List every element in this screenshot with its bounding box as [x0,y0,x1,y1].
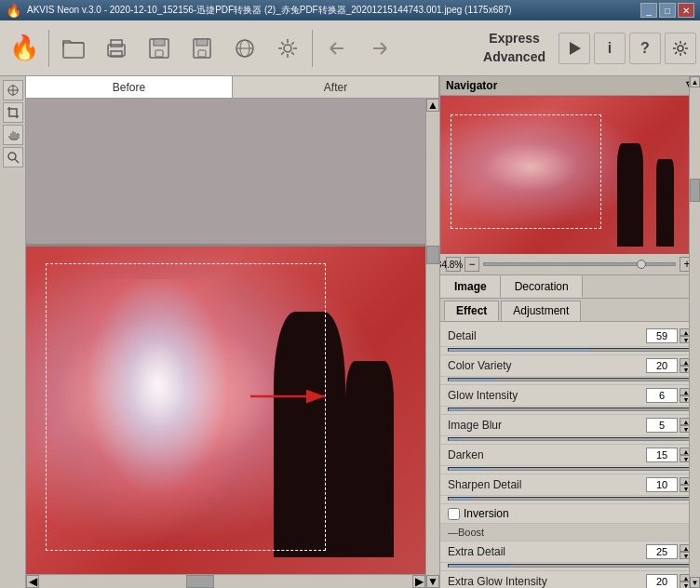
glow-intensity-label: Glow Intensity [448,389,646,402]
image-blur-slider-row[interactable] [440,436,700,445]
darken-slider[interactable] [448,467,693,471]
subtab-effect[interactable]: Effect [444,301,499,321]
svg-rect-5 [154,39,165,46]
scroll-thumb-h[interactable] [186,575,214,588]
hand-icon [7,128,20,141]
glow-intensity-slider-fill [449,408,464,410]
zoom-tool-button[interactable] [3,147,23,167]
neon-center [58,279,258,541]
web-button[interactable] [224,28,265,69]
navigator-title: Navigator [446,79,497,92]
darken-label: Darken [448,448,646,461]
detail-slider-row[interactable] [440,347,700,355]
subtabs-row: Effect Adjustment [440,299,700,322]
detail-input[interactable] [646,328,678,343]
after-tab[interactable]: After [233,76,439,98]
darken-slider-fill [449,468,485,470]
sharpen-detail-slider[interactable] [448,497,693,501]
crop-tool-button[interactable] [3,102,23,123]
extra-detail-slider[interactable] [448,564,693,568]
scroll-right-button[interactable]: ▶ [412,575,425,588]
info-button[interactable]: i [594,33,626,64]
darken-input[interactable] [646,448,678,462]
right-scroll-thumb[interactable] [690,179,700,202]
help-button[interactable]: ? [629,33,661,64]
before-canvas[interactable] [26,99,425,244]
play-button[interactable] [559,33,590,64]
zoom-slider-thumb[interactable] [637,260,646,269]
glow-intensity-slider-row[interactable] [440,407,700,415]
detail-slider[interactable] [448,348,693,352]
detail-slider-fill [449,349,592,351]
extra-detail-slider-fill [449,565,509,567]
color-variety-label: Color Variety [448,359,646,372]
navigator-header: Navigator ▽ [440,76,700,96]
extra-detail-slider-row[interactable] [440,563,700,571]
navigator-image-area[interactable] [440,96,700,254]
color-variety-slider[interactable] [448,378,693,381]
glow-intensity-row: Glow Intensity ▲ ▼ [440,385,700,407]
image-blur-input[interactable] [646,418,678,433]
horizontal-scrollbar[interactable]: ◀ ▶ [26,574,425,588]
detail-row: Detail ▲ ▼ [440,326,700,347]
crop-icon [7,106,20,119]
glow-intensity-slider[interactable] [448,408,693,411]
navigator-selection-box[interactable] [451,114,601,228]
color-variety-slider-row[interactable] [440,377,700,385]
right-scroll-down[interactable]: ▼ [690,577,700,588]
inversion-row: Inversion [440,504,700,524]
tab-decoration[interactable]: Decoration [501,275,583,298]
open-button[interactable] [53,28,94,69]
right-panel-scrollbar[interactable]: ▲ ▼ [689,76,700,588]
maximize-button[interactable]: □ [659,3,676,18]
main-area: Before After [0,76,700,588]
after-canvas[interactable] [26,247,425,574]
darken-slider-row[interactable] [440,466,700,474]
tab-image[interactable]: Image [440,275,501,298]
image-blur-slider-fill [449,438,461,440]
app-settings-button[interactable] [665,33,696,64]
glow-intensity-input[interactable] [646,388,678,403]
titlebar-title: AKVIS Neon v.3.0 - 2020-12-10_152156-迅捷P… [27,4,512,17]
advanced-label: Advanced [483,48,545,67]
toolbox [0,76,26,588]
scroll-down-button[interactable]: ▼ [426,575,439,588]
pan-tool-button[interactable] [3,125,23,145]
print-button[interactable] [96,28,137,69]
minimize-button[interactable]: _ [640,3,657,18]
before-image [26,99,425,244]
inversion-checkbox[interactable] [448,508,460,520]
color-variety-input[interactable] [646,358,678,373]
separator-1 [48,30,49,67]
extra-glow-input[interactable] [646,574,678,588]
image-blur-slider[interactable] [448,437,693,441]
scroll-left-button[interactable]: ◀ [26,575,39,588]
scroll-up-button[interactable]: ▲ [426,99,439,112]
extra-detail-row: Extra Detail ▲ ▼ [440,541,700,563]
select-tool-button[interactable] [3,80,23,100]
extra-detail-input[interactable] [646,544,678,559]
titlebar-controls: _ □ ✕ [640,3,694,18]
settings-toolbar-button[interactable] [267,28,308,69]
zoom-slider[interactable] [483,262,676,266]
sharpen-detail-slider-row[interactable] [440,496,700,504]
svg-rect-0 [63,43,84,58]
close-button[interactable]: ✕ [678,3,694,18]
back-button[interactable] [316,28,357,69]
right-scroll-up[interactable]: ▲ [690,76,700,87]
forward-button[interactable] [359,28,400,69]
right-panel: Navigator ▽ 34.8% ▼ − [439,76,700,588]
save-button[interactable] [182,28,222,69]
vertical-scrollbar[interactable]: ▲ ▼ [425,99,439,588]
subtab-adjustment[interactable]: Adjustment [501,301,581,321]
scroll-thumb-v[interactable] [426,246,439,264]
zoom-value-dropdown[interactable]: 34.8% ▼ [446,257,461,272]
canvas-content[interactable]: ▲ ▼ ◀ ▶ [26,99,439,588]
sharpen-detail-input[interactable] [646,477,678,492]
extra-glow-label: Extra Glow Intensity [448,575,646,588]
separator-2 [312,30,313,67]
toolbar: 🔥 [0,20,700,76]
before-tab[interactable]: Before [26,76,233,98]
save-all-button[interactable] [139,28,180,69]
zoom-minus-button[interactable]: − [464,257,479,272]
